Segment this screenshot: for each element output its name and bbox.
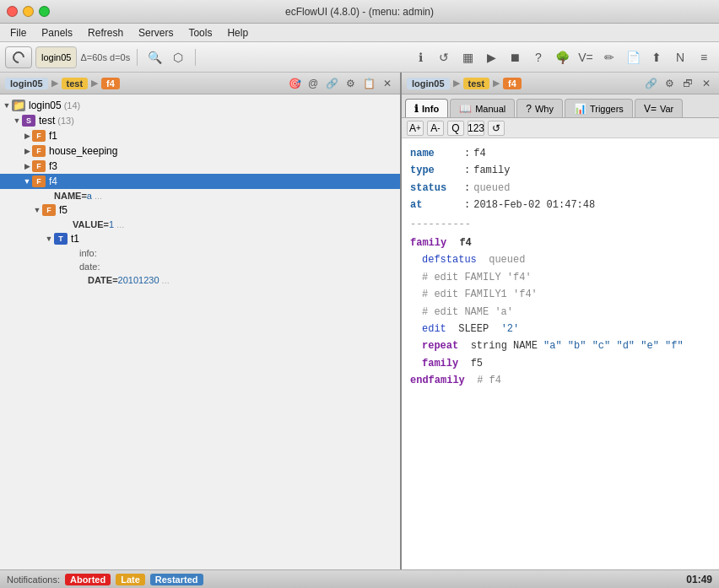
edit-icon-btn[interactable]: ✏ (599, 47, 619, 67)
maximize-button[interactable] (39, 6, 50, 17)
family-icon-f4: F (32, 175, 46, 187)
right-close-icon[interactable]: ✕ (699, 76, 714, 91)
badge-aborted[interactable]: Aborted (65, 574, 111, 585)
close-button[interactable] (7, 6, 18, 17)
load-button[interactable]: ⬡ (168, 47, 188, 67)
refresh-info-btn[interactable]: ↺ (488, 121, 505, 136)
tab-triggers-label: Triggers (590, 104, 624, 114)
script-icon-btn[interactable]: 📄 (623, 47, 643, 67)
target-icon[interactable]: 🎯 (287, 76, 302, 91)
right-link-icon[interactable]: 🔗 (643, 76, 658, 91)
breadcrumb-family[interactable]: f4 (101, 78, 120, 89)
search-info-btn[interactable]: Q (447, 121, 464, 136)
expand-f4[interactable]: ▼ (22, 176, 32, 186)
at-icon[interactable]: @ (305, 76, 321, 91)
menu-refresh[interactable]: Refresh (81, 25, 130, 40)
info-icon-btn[interactable]: ℹ (410, 47, 430, 67)
tree-node-f3[interactable]: ▶ F f3 (0, 159, 400, 174)
line-num-btn[interactable]: 123 (468, 121, 484, 136)
n-icon-btn[interactable]: N (670, 47, 690, 67)
tree-node-house-keeping[interactable]: ▶ F house_keeping (0, 143, 400, 159)
info-code-block: family f4 defstatus queued # edit FAMILY… (410, 235, 711, 390)
toolbar: login05 Δ=60s d=0s 🔍 ⬡ ℹ ↺ ▦ ▶ ⏹ ? 🌳 V= … (0, 42, 719, 73)
info-at-val: 2018-Feb-02 01:47:48 (473, 197, 595, 213)
var-tab-icon: V= (644, 103, 657, 115)
tab-info-label: Info (422, 104, 439, 114)
minimize-button[interactable] (23, 6, 34, 17)
stop-icon-btn[interactable]: ⏹ (505, 47, 525, 67)
tree-var-info: info: (0, 246, 400, 260)
refresh-icon (10, 49, 27, 66)
right-breadcrumb-suite[interactable]: test (463, 78, 490, 89)
settings-icon[interactable]: ⚙ (343, 76, 358, 91)
expand-house-keeping[interactable]: ▶ (22, 146, 32, 156)
grid-icon-btn[interactable]: ▦ (457, 47, 478, 67)
font-smaller-btn[interactable]: A- (427, 121, 444, 136)
status-time: 01:49 (686, 574, 712, 585)
left-panel-header: login05 ▶ test ▶ f4 🎯 @ 🔗 ⚙ 📋 ✕ (0, 73, 400, 94)
breadcrumb-suite[interactable]: test (62, 78, 89, 89)
tree-icon-btn[interactable]: 🌳 (552, 47, 572, 67)
node-label-house-keeping: house_keeping (49, 145, 117, 157)
right-breadcrumb-sep-1: ▶ (453, 78, 460, 89)
detach-icon[interactable]: 📋 (361, 76, 376, 91)
tab-info[interactable]: ℹ Info (405, 99, 448, 117)
menu-help[interactable]: Help (220, 25, 255, 40)
var-icon-btn[interactable]: V= (576, 47, 596, 67)
info-family-line: family f4 (410, 235, 711, 251)
submit-icon-btn[interactable]: ⬆ (646, 47, 667, 67)
expand-f3[interactable]: ▶ (22, 161, 32, 171)
expand-f5[interactable]: ▼ (32, 205, 42, 215)
info-toolbar: A+ A- Q 123 ↺ (402, 118, 719, 138)
close-panel-icon[interactable]: ✕ (380, 76, 395, 91)
refresh-button[interactable] (5, 46, 32, 68)
help-icon-btn[interactable]: ? (528, 47, 549, 67)
repeat-rest: string NAME (471, 340, 543, 352)
right-detach-icon[interactable]: 🗗 (680, 76, 695, 91)
link-icon[interactable]: 🔗 (324, 76, 339, 91)
info-edit-sleep-line: edit SLEEP '2' (410, 321, 711, 337)
tree-node-f1[interactable]: ▶ F f1 (0, 128, 400, 143)
tree-node-f4[interactable]: ▼ F f4 (0, 174, 400, 189)
endfamily-keyword: endfamily (410, 375, 465, 386)
var-date-label: date: (79, 262, 100, 272)
menu-servers[interactable]: Servers (132, 25, 180, 40)
left-panel: login05 ▶ test ▶ f4 🎯 @ 🔗 ⚙ 📋 ✕ ▼ 📁 logi… (0, 73, 402, 569)
tab-why[interactable]: ? Why (516, 99, 563, 117)
run-icon-btn[interactable]: ▶ (481, 47, 501, 67)
breadcrumb-server[interactable]: login05 (5, 78, 48, 89)
expand-login05[interactable]: ▼ (2, 100, 12, 111)
loop-icon-btn[interactable]: ↺ (434, 47, 454, 67)
font-larger-btn[interactable]: A+ (407, 121, 424, 136)
info-tab-icon: ℹ (414, 103, 419, 115)
info-status-val: queued (473, 180, 510, 197)
tree-content[interactable]: ▼ 📁 login05 (14) ▼ S test (13) ▶ F f1 ▶ (0, 94, 400, 569)
tree-node-test[interactable]: ▼ S test (13) (0, 113, 400, 128)
badge-late[interactable]: Late (116, 574, 145, 585)
expand-f1[interactable]: ▶ (22, 131, 32, 141)
tab-manual[interactable]: 📖 Manual (450, 99, 515, 117)
menu-tools[interactable]: Tools (181, 25, 219, 40)
title-bar: ecFlowUI (4.8.0) - (menu: admin) (0, 0, 719, 24)
right-breadcrumb-family[interactable]: f4 (503, 78, 522, 89)
tab-var[interactable]: V= Var (635, 99, 683, 117)
right-breadcrumb-server[interactable]: login05 (407, 78, 450, 89)
family-f5-name: f5 (471, 358, 483, 370)
tree-node-login05[interactable]: ▼ 📁 login05 (14) (0, 98, 400, 113)
server-label[interactable]: login05 (35, 46, 77, 68)
badge-restarted[interactable]: Restarted (150, 574, 203, 585)
menu-panels[interactable]: Panels (35, 25, 79, 40)
node-label-f4: f4 (49, 175, 57, 187)
info-row-status: status : queued (410, 180, 711, 197)
ext-icon-btn[interactable]: ≡ (694, 47, 714, 67)
expand-t1[interactable]: ▼ (44, 234, 54, 244)
tree-node-f5[interactable]: ▼ F f5 (0, 202, 400, 218)
defstatus-val: queued (489, 254, 525, 266)
search-button[interactable]: 🔍 (144, 47, 165, 67)
tree-node-t1[interactable]: ▼ T t1 (0, 231, 400, 246)
menu-file[interactable]: File (3, 25, 33, 40)
expand-test[interactable]: ▼ (12, 116, 22, 126)
tab-triggers[interactable]: 📊 Triggers (565, 99, 633, 117)
node-label-f5: f5 (59, 204, 68, 216)
right-settings-icon[interactable]: ⚙ (662, 76, 677, 91)
